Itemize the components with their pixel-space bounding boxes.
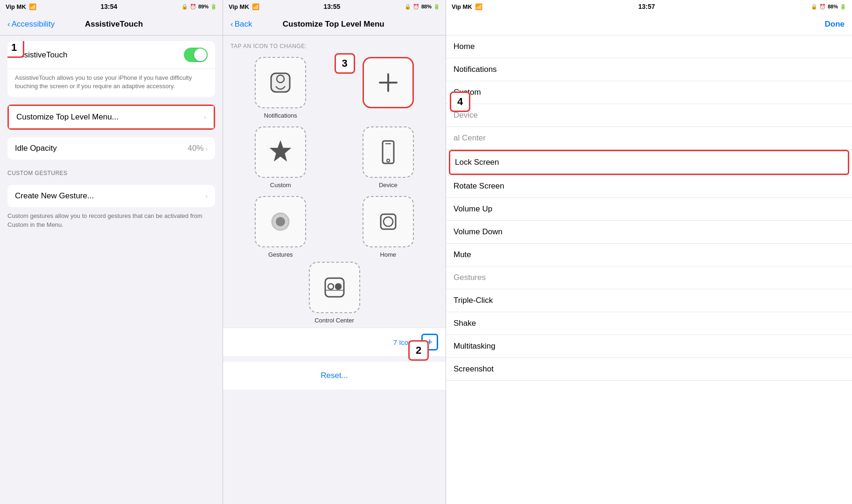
menu-item-custom[interactable]: Custom (446, 81, 852, 104)
menu-item-volume-down[interactable]: Volume Down (446, 221, 852, 244)
battery-icon-2: 🔋 (433, 4, 440, 10)
lock-icon-2: 🔒 (405, 4, 411, 10)
custom-svg (266, 138, 294, 166)
menu-item-shake[interactable]: Shake (446, 312, 852, 335)
tap-instruction: TAP AN ICON TO CHANGE: (223, 35, 446, 53)
control-svg (321, 273, 349, 301)
reset-btn[interactable]: Reset... (321, 371, 348, 380)
status-left-2: Vip MK 📶 (229, 3, 259, 10)
menu-item-gestures-label: Gestures (454, 273, 486, 282)
step-badge-3-wrapper: 3 (335, 53, 355, 74)
reset-area: Reset... (223, 362, 446, 390)
icon-cell-custom[interactable]: Custom (230, 126, 331, 189)
step-badge-3: 3 (335, 53, 355, 74)
menu-item-lock-screen[interactable]: Lock Screen (449, 150, 849, 175)
carrier-3: Vip MK (452, 3, 472, 10)
icon-cell-home[interactable]: Home (338, 196, 439, 258)
step-badge-2: 2 (408, 340, 429, 361)
notifications-svg (266, 69, 294, 97)
customize-menu-row[interactable]: Customize Top Level Menu... › (9, 106, 214, 128)
back-chevron-2: ‹ (230, 20, 233, 29)
menu-item-lock-screen-label: Lock Screen (455, 158, 499, 167)
icon-cell-control[interactable]: Control Center (309, 262, 360, 324)
menu-item-shake-label: Shake (454, 319, 476, 328)
panel2-content: TAP AN ICON TO CHANGE: Notifications (223, 35, 446, 504)
back-btn-2[interactable]: ‹ Back (230, 20, 252, 29)
icon-box-control[interactable] (309, 262, 360, 313)
assistivetouch-toggle[interactable] (184, 48, 208, 62)
icon-cell-plus[interactable]: 3 (338, 57, 439, 119)
time-2: 13:55 (323, 3, 340, 10)
menu-item-volume-up-label: Volume Up (454, 204, 492, 213)
back-accessibility-btn[interactable]: ‹ Accessibility (7, 20, 55, 29)
menu-item-notifications[interactable]: Notifications (446, 58, 852, 81)
battery-1: 89% (198, 4, 209, 9)
icon-label-custom: Custom (270, 182, 291, 189)
menu-item-rotate-screen[interactable]: Rotate Screen (446, 175, 852, 198)
icon-cell-device[interactable]: Device (338, 126, 439, 189)
icon-cell-notifications[interactable]: Notifications (230, 57, 331, 119)
lock-icon-3: 🔒 (811, 4, 817, 10)
menu-item-multitasking-label: Multitasking (454, 342, 496, 350)
menu-item-screenshot[interactable]: Screenshot (446, 358, 852, 381)
step-badge-4: 4 (450, 91, 470, 112)
menu-item-device[interactable]: Device (446, 104, 852, 127)
menu-item-notifications-label: Notifications (454, 65, 497, 74)
step-badge-2-wrapper: 2 (408, 340, 429, 361)
status-right-3: 🔒 ⏰ 88% 🔋 (811, 4, 846, 10)
gestures-svg (266, 208, 294, 236)
icon-box-home[interactable] (363, 196, 414, 247)
create-gesture-chevron: › (205, 192, 208, 200)
custom-gestures-header: CUSTOM GESTURES (0, 160, 223, 179)
status-right-1: 🔒 ⏰ 89% 🔋 (182, 4, 217, 10)
menu-item-home-label: Home (454, 42, 475, 51)
device-svg (374, 138, 402, 166)
icon-label-notifications: Notifications (264, 112, 297, 119)
idle-opacity-row[interactable]: Idle Opacity 40% › (7, 137, 215, 160)
icon-box-gestures[interactable] (255, 196, 306, 247)
menu-item-mute[interactable]: Mute (446, 244, 852, 266)
done-btn[interactable]: Done (825, 20, 845, 29)
gestures-card: Create New Gesture... › (7, 185, 215, 207)
menu-item-volume-down-label: Volume Down (454, 227, 503, 236)
menu-item-volume-up[interactable]: Volume Up (446, 198, 852, 221)
icon-box-custom[interactable] (255, 126, 306, 178)
icon-label-home: Home (380, 251, 396, 258)
icon-box-plus[interactable] (363, 57, 414, 108)
menu-item-control-center-label: al Center (454, 133, 486, 142)
customize-menu-card: Customize Top Level Menu... › (7, 105, 215, 130)
nav-bar-2: ‹ Back Customize Top Level Menu (223, 13, 446, 35)
panel-menu-list: Vip MK 📶 13:57 🔒 ⏰ 88% 🔋 Done 4 Home Not… (446, 0, 852, 504)
create-gesture-label: Create New Gesture... (15, 191, 94, 201)
alarm-icon-1: ⏰ (190, 4, 196, 10)
svg-point-14 (335, 284, 341, 289)
icon-label-gestures: Gestures (268, 251, 293, 258)
status-bar-2: Vip MK 📶 13:55 🔒 ⏰ 88% 🔋 (223, 0, 446, 13)
menu-item-mute-label: Mute (454, 250, 471, 259)
svg-point-9 (276, 217, 285, 226)
assistivetouch-card: 1 AssistiveTouch AssistiveTouch allows y… (7, 41, 215, 97)
panel-assistivetouch: Vip MK 📶 13:54 🔒 ⏰ 89% 🔋 ‹ Accessibility… (0, 0, 223, 504)
back-chevron-1: ‹ (7, 20, 10, 29)
customize-menu-value: › (204, 113, 206, 121)
menu-item-triple-click[interactable]: Triple-Click (446, 289, 852, 312)
icon-box-device[interactable] (363, 126, 414, 178)
idle-opacity-percent: 40% (188, 144, 203, 153)
menu-item-multitasking[interactable]: Multitasking (446, 335, 852, 358)
menu-item-home[interactable]: Home (446, 35, 852, 58)
idle-chevron: › (205, 145, 208, 152)
icon-grid: Notifications 3 (223, 57, 446, 258)
create-gesture-row[interactable]: Create New Gesture... › (7, 185, 215, 207)
status-bar-3: Vip MK 📶 13:57 🔒 ⏰ 88% 🔋 (446, 0, 852, 13)
toggle-description: AssistiveTouch allows you to use your iP… (7, 69, 215, 97)
create-gesture-value: › (205, 192, 208, 200)
icon-label-control: Control Center (314, 317, 354, 324)
svg-point-13 (328, 284, 334, 289)
menu-item-control-center[interactable]: al Center (446, 127, 852, 150)
time-3: 13:57 (638, 3, 655, 10)
icon-box-notifications[interactable] (255, 57, 306, 108)
battery-2: 88% (421, 4, 432, 9)
battery-icon-1: 🔋 (210, 4, 217, 10)
carrier-1: Vip MK (6, 3, 26, 10)
icon-cell-gestures[interactable]: Gestures (230, 196, 331, 258)
